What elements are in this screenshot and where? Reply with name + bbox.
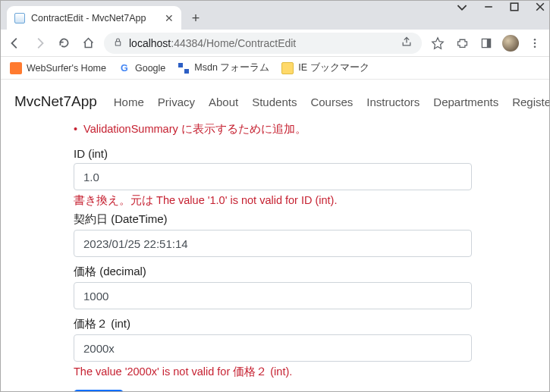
svg-rect-3 [487,39,491,47]
id-error: 書き換え。元は The value '1.0' is not valid for… [74,193,472,208]
home-icon[interactable] [80,35,96,52]
price-label: 価格 (decimal) [74,265,472,279]
price2-error: The value '2000x' is not valid for 価格２ (… [74,365,472,379]
price2-label: 価格２ (int) [74,317,472,331]
svg-rect-0 [511,3,518,11]
minimize-icon[interactable] [484,2,493,13]
svg-point-4 [534,38,536,40]
address-bar[interactable]: localhost:44384/Home/ContractEdit [104,33,422,54]
id-input[interactable] [74,163,472,190]
nav-students[interactable]: Students [252,96,297,108]
field-date: 契約日 (DateTime) [74,212,472,260]
google-icon: G [118,62,130,74]
new-tab-button[interactable]: + [186,8,206,28]
field-id: ID (int) 書き換え。元は The value '1.0' is not … [74,147,472,208]
folder-icon [281,62,294,74]
svg-point-6 [534,45,536,48]
nav-privacy[interactable]: Privacy [158,96,195,108]
bullet-icon: • [74,123,77,135]
form: •ValidationSummary に表示するために追加。 ID (int) … [74,122,472,392]
date-label: 契約日 (DateTime) [74,212,472,227]
field-price: 価格 (decimal) [74,265,472,312]
validation-summary: •ValidationSummary に表示するために追加。 [74,122,472,136]
field-price2: 価格２ (int) The value '2000x' is not valid… [74,317,472,379]
menu-icon[interactable] [526,35,543,52]
svg-point-5 [534,42,536,44]
extensions-icon[interactable] [454,35,470,52]
site-navbar: MvcNet7App Home Privacy About Students C… [14,89,536,118]
browser-titlebar: ContractEdit - MvcNet7App ✕ + [1,1,549,30]
price2-input[interactable] [74,334,472,362]
bookmark-msdn[interactable]: Msdn フォーラム [178,61,269,74]
star-icon[interactable] [429,35,446,52]
bookmarks-bar: WebSurfer's Home G Google Msdn フォーラム IE … [1,57,549,80]
tab-title: ContractEdit - MvcNet7App [31,13,159,24]
reload-icon[interactable] [55,35,72,52]
svg-rect-7 [178,63,183,67]
back-icon[interactable] [7,35,24,52]
bookmark-websurfer[interactable]: WebSurfer's Home [10,62,106,74]
browser-toolbar: localhost:44384/Home/ContractEdit [1,30,549,57]
bookmark-ie[interactable]: IE ブックマーク [281,61,369,74]
close-window-icon[interactable] [536,2,545,13]
nav-home[interactable]: Home [114,96,144,108]
svg-rect-1 [115,41,121,45]
url-text: localhost:44384/Home/ContractEdit [129,37,296,49]
page-content: MvcNet7App Home Privacy About Students C… [1,80,549,392]
nav-departments[interactable]: Departments [433,96,498,108]
window-controls [457,2,545,13]
svg-rect-8 [184,69,189,74]
maximize-icon[interactable] [510,2,519,13]
nav-register[interactable]: Register [512,96,550,108]
sidepanel-icon[interactable] [478,35,495,52]
nav-courses[interactable]: Courses [310,96,353,108]
msdn-icon [178,62,190,74]
page-favicon [14,13,25,24]
share-icon[interactable] [401,36,413,50]
profile-avatar[interactable] [502,35,519,52]
bookmark-icon [10,62,22,74]
browser-tab[interactable]: ContractEdit - MvcNet7App ✕ [7,6,181,30]
bookmark-google[interactable]: G Google [118,62,165,74]
nav-about[interactable]: About [209,96,238,108]
lock-icon [113,37,123,49]
forward-icon [31,35,48,52]
date-input[interactable] [74,230,472,257]
price-input[interactable] [74,282,472,309]
close-tab-icon[interactable]: ✕ [165,13,174,24]
id-label: ID (int) [74,147,472,160]
brand[interactable]: MvcNet7App [14,93,97,110]
chevron-down-icon[interactable] [457,2,467,13]
nav-instructors[interactable]: Instructors [366,96,420,108]
